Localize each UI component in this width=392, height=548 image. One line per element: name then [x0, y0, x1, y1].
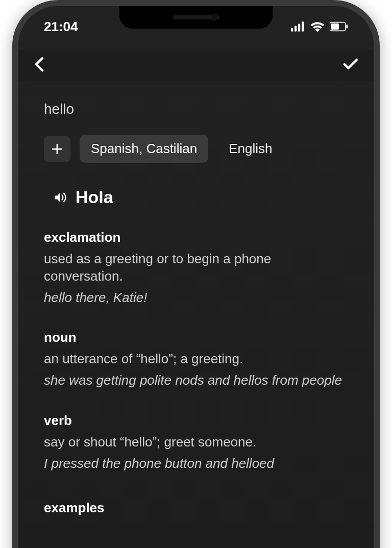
front-camera [211, 14, 217, 20]
definition-example: I pressed the phone button and helloed [44, 455, 348, 472]
notch [119, 6, 273, 29]
language-tab-inactive[interactable]: English [217, 135, 283, 163]
part-of-speech: noun [44, 330, 348, 345]
speaker-icon [53, 190, 67, 205]
definition-block: exclamation used as a greeting or to beg… [44, 230, 348, 306]
svg-rect-1 [295, 26, 297, 32]
add-language-button[interactable] [44, 136, 70, 162]
definition-text: say or shout “hello”; greet someone. [44, 434, 348, 451]
status-time: 21:04 [44, 19, 78, 35]
part-of-speech: verb [44, 413, 348, 429]
phone-frame: 21:04 [12, 0, 380, 548]
svg-rect-5 [331, 23, 339, 30]
part-of-speech: exclamation [44, 230, 348, 245]
svg-rect-2 [298, 23, 300, 31]
svg-rect-3 [302, 21, 304, 32]
volume-up-button [12, 175, 13, 231]
definition-example: she was getting polite nods and hellos f… [44, 372, 348, 389]
check-icon [343, 58, 358, 70]
language-row: Spanish, Castilian English [44, 135, 348, 163]
confirm-button[interactable] [343, 58, 358, 72]
content: hello Spanish, Castilian English [18, 81, 374, 516]
source-word: hello [44, 101, 348, 117]
wifi-icon [310, 21, 325, 32]
definition-text: an utterance of “hello”; a greeting. [44, 351, 348, 368]
chevron-left-icon [34, 57, 45, 72]
power-button [379, 169, 380, 246]
battery-icon [330, 21, 348, 32]
definition-block: noun an utterance of “hello”; a greeting… [44, 330, 348, 389]
cellular-icon [291, 21, 305, 32]
definition-example: hello there, Katie! [44, 289, 348, 307]
nav-bar [18, 50, 374, 81]
svg-rect-0 [291, 28, 293, 32]
mute-switch [12, 129, 13, 159]
plus-icon [52, 143, 63, 155]
examples-section-header: examples [44, 500, 348, 516]
language-tab-active[interactable]: Spanish, Castilian [80, 135, 208, 163]
definition-text: used as a greeting or to begin a phone c… [44, 251, 348, 285]
screen: 21:04 [18, 6, 374, 548]
translation-word: Hola [76, 187, 113, 207]
definition-block: verb say or shout “hello”; greet someone… [44, 413, 348, 472]
translation-row: Hola [44, 182, 348, 222]
play-audio-button[interactable] [53, 190, 67, 205]
svg-rect-6 [346, 24, 348, 28]
status-icons [291, 21, 348, 32]
back-button[interactable] [34, 57, 45, 74]
volume-down-button [12, 241, 13, 297]
